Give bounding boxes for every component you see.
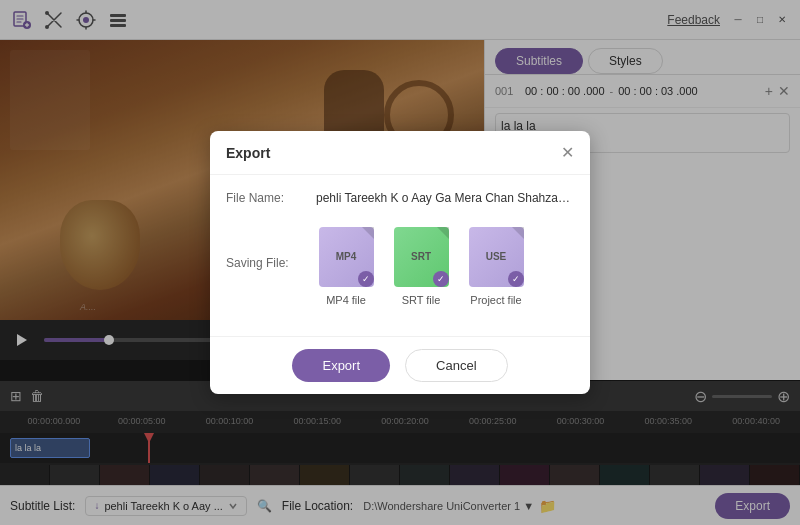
saving-file-row: Saving File: MP4 ✓ MP4 file [226,219,574,306]
file-name-label: File Name: [226,191,306,205]
file-option-project[interactable]: USE ✓ Project file [466,224,526,306]
dialog-title: Export [226,145,270,161]
dialog-body: File Name: pehli Tareekh K o Aay Ga Mera… [210,175,590,336]
file-options: MP4 ✓ MP4 file SRT ✓ [316,224,526,306]
file-option-mp4[interactable]: MP4 ✓ MP4 file [316,224,376,306]
dialog-close-button[interactable]: ✕ [561,143,574,162]
srt-checkmark: ✓ [433,271,449,287]
srt-label: SRT file [402,294,441,306]
dialog-cancel-button[interactable]: Cancel [405,349,507,382]
project-label: Project file [470,294,521,306]
mp4-file-icon: MP4 ✓ [316,224,376,289]
dialog-overlay: Export ✕ File Name: pehli Tareekh K o Aa… [0,0,800,525]
file-option-srt[interactable]: SRT ✓ SRT file [391,224,451,306]
project-file-icon: USE ✓ [466,224,526,289]
dialog-header: Export ✕ [210,131,590,175]
srt-type-label: SRT [411,251,431,262]
srt-file-icon: SRT ✓ [391,224,451,289]
project-type-label: USE [486,251,507,262]
file-name-value: pehli Tareekh K o Aay Ga Mera Chan Shahz… [316,191,574,205]
mp4-label: MP4 file [326,294,366,306]
dialog-export-button[interactable]: Export [292,349,390,382]
dialog-footer: Export Cancel [210,336,590,394]
saving-file-label: Saving File: [226,256,306,270]
project-checkmark: ✓ [508,271,524,287]
mp4-checkmark: ✓ [358,271,374,287]
file-name-row: File Name: pehli Tareekh K o Aay Ga Mera… [226,191,574,205]
mp4-type-label: MP4 [336,251,357,262]
export-dialog: Export ✕ File Name: pehli Tareekh K o Aa… [210,131,590,394]
